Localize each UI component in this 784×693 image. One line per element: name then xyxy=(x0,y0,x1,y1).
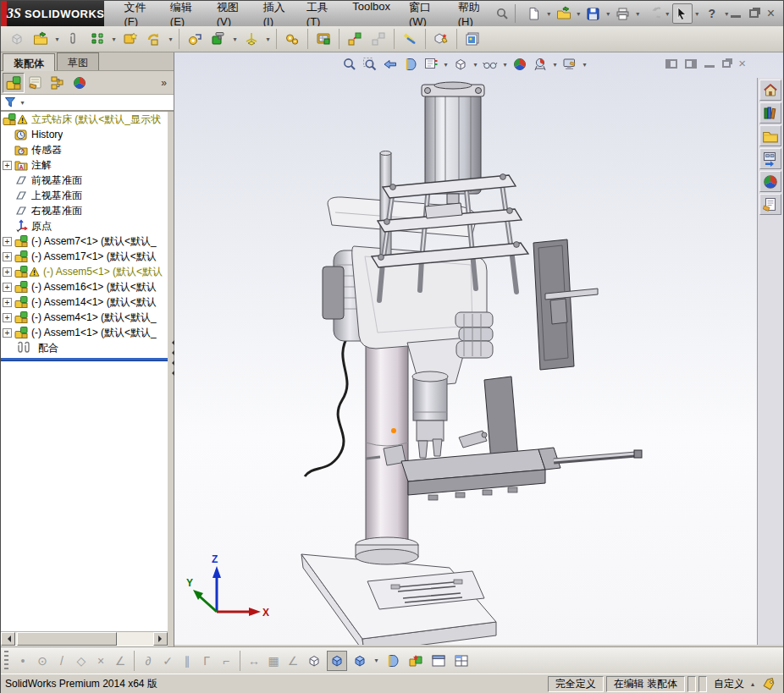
assembly-features-caret[interactable] xyxy=(231,36,239,43)
minimize-button[interactable] xyxy=(731,9,741,18)
print-button[interactable] xyxy=(613,3,633,24)
move-component-caret[interactable] xyxy=(167,36,174,43)
reference-geometry-caret[interactable] xyxy=(264,36,272,43)
search-commands-icon[interactable] xyxy=(494,3,511,24)
restore-button[interactable] xyxy=(749,9,759,18)
featuremanager-tab[interactable] xyxy=(3,73,25,93)
print-dropdown-caret[interactable] xyxy=(634,10,642,18)
model-fixture-plate-right[interactable] xyxy=(533,239,598,370)
assembly-features-icon[interactable] xyxy=(207,28,229,50)
section-view-icon[interactable] xyxy=(401,55,420,74)
model-base[interactable] xyxy=(301,554,496,645)
tree-item-annotations[interactable]: 注解 xyxy=(1,157,168,173)
scroll-right-arrow[interactable] xyxy=(153,632,168,646)
edit-appearance-icon[interactable] xyxy=(511,55,529,74)
tangent-arc-icon[interactable]: ∂ xyxy=(140,654,157,668)
select-cursor-button[interactable] xyxy=(672,3,693,24)
viewport-four-icon[interactable] xyxy=(451,651,472,671)
tree-item-assem16[interactable]: (-) Assem16<1> (默认<默认 xyxy=(1,279,168,294)
save-button[interactable] xyxy=(583,3,604,24)
rollback-bar[interactable] xyxy=(1,358,168,361)
custom-caret-icon[interactable] xyxy=(751,680,754,688)
new-motion-study-icon[interactable] xyxy=(281,28,303,50)
viewport-single-icon[interactable] xyxy=(428,651,449,671)
model-cable[interactable] xyxy=(305,334,349,476)
wireframe-icon[interactable] xyxy=(304,651,324,671)
insert-components-caret[interactable] xyxy=(53,36,61,43)
tree-item-history[interactable]: History xyxy=(1,127,168,142)
expand-toggle[interactable] xyxy=(3,267,12,277)
configurationmanager-tab[interactable] xyxy=(47,73,69,93)
display-style-caret[interactable] xyxy=(472,61,479,69)
doc-minimize-button[interactable] xyxy=(704,60,715,68)
tree-item-mates[interactable]: 配合 xyxy=(1,340,168,355)
solidworks-resources-icon[interactable] xyxy=(759,80,781,101)
parallel-relation-icon[interactable]: ∥ xyxy=(179,654,196,668)
tree-item-assem14[interactable]: (-) Assem14<1> (默认<默认 xyxy=(1,294,168,310)
previous-view-icon[interactable] xyxy=(381,55,400,74)
apply-scene-icon[interactable] xyxy=(531,55,549,74)
corner-rectangle-icon[interactable]: Γ xyxy=(198,654,215,668)
shaded-caret[interactable] xyxy=(373,657,380,664)
tree-item-assem1[interactable]: (-) Assem1<1> (默认<默认_ xyxy=(1,325,168,340)
tree-item-top-plane[interactable]: 上视基准面 xyxy=(1,188,168,203)
status-custom-label[interactable]: 自定义 xyxy=(714,677,744,691)
tree-item-front-plane[interactable]: 前视基准面 xyxy=(1,173,168,188)
sketch-polygon-icon[interactable]: ◇ xyxy=(73,654,90,668)
file-explorer-icon[interactable] xyxy=(759,125,781,146)
undo-button[interactable] xyxy=(643,3,663,24)
move-component-icon[interactable] xyxy=(143,28,165,50)
expand-toggle[interactable] xyxy=(3,252,12,261)
new-dropdown-caret[interactable] xyxy=(545,10,553,18)
expand-toggle[interactable] xyxy=(3,313,12,322)
display-style-icon[interactable] xyxy=(451,55,470,74)
tree-item-origin[interactable]: 原点 xyxy=(1,218,168,234)
insert-component-icon[interactable] xyxy=(6,28,28,50)
linear-pattern-caret[interactable] xyxy=(110,36,118,43)
design-library-icon[interactable] xyxy=(759,102,781,124)
tree-item-assem5[interactable]: (-) Assem5<1> (默认<默认 xyxy=(1,264,168,279)
show-hidden-components-icon[interactable] xyxy=(184,28,206,50)
bill-of-materials-icon[interactable] xyxy=(312,28,334,50)
tab-sketch[interactable]: 草图 xyxy=(57,52,99,70)
pane-left-button[interactable] xyxy=(665,59,677,69)
zoom-to-area-icon[interactable] xyxy=(361,55,379,74)
view-palette-icon[interactable] xyxy=(759,148,781,169)
angle-snap-icon[interactable]: ∠ xyxy=(284,654,301,668)
mate-icon[interactable] xyxy=(63,28,85,50)
title-bar[interactable]: 3S SOLIDWORKS 文件(F) 编辑(E) 视图(V) 插入(I) 工具… xyxy=(1,1,783,26)
view-settings-caret[interactable] xyxy=(581,61,588,69)
filter-caret[interactable] xyxy=(19,99,26,107)
panel-splitter[interactable] xyxy=(168,340,174,391)
tree-item-assem4[interactable]: (-) Assem4<1> (默认<默认_ xyxy=(1,310,168,325)
expand-toggle[interactable] xyxy=(3,298,12,307)
scroll-left-arrow[interactable] xyxy=(1,632,15,646)
take-snapshot-icon[interactable] xyxy=(461,28,483,50)
graphics-area[interactable]: Z Y X xyxy=(174,52,783,645)
new-document-button[interactable] xyxy=(524,3,544,24)
sketch-circle-icon[interactable]: ⊙ xyxy=(34,654,51,668)
close-button[interactable] xyxy=(767,9,775,18)
help-button[interactable]: ? xyxy=(702,3,722,24)
scrollbar-thumb[interactable] xyxy=(17,632,117,646)
expand-toggle[interactable] xyxy=(3,283,12,292)
tab-assembly[interactable]: 装配体 xyxy=(3,53,55,71)
select-dropdown-caret[interactable] xyxy=(693,10,701,18)
section-view-button[interactable] xyxy=(383,651,403,671)
view-orientation-icon[interactable] xyxy=(422,55,440,74)
zoom-to-fit-icon[interactable] xyxy=(340,55,359,74)
tree-item-sensors[interactable]: 传感器 xyxy=(1,142,168,157)
view-settings-icon[interactable] xyxy=(560,55,579,74)
open-dropdown-caret[interactable] xyxy=(575,10,582,18)
propertymanager-tab[interactable] xyxy=(25,73,47,93)
undo-dropdown-caret[interactable] xyxy=(664,10,671,18)
displaymanager-tab[interactable] xyxy=(69,73,91,93)
panel-horizontal-scrollbar[interactable] xyxy=(1,631,168,646)
construction-geometry-icon[interactable]: ⌐ xyxy=(218,654,235,668)
model-fixture-plate-mid[interactable] xyxy=(484,377,518,461)
custom-properties-icon[interactable] xyxy=(759,194,781,215)
save-dropdown-caret[interactable] xyxy=(605,10,612,18)
tag-icon[interactable] xyxy=(761,677,776,692)
instant3d-icon[interactable] xyxy=(399,28,421,50)
insert-components-icon[interactable] xyxy=(30,28,52,50)
